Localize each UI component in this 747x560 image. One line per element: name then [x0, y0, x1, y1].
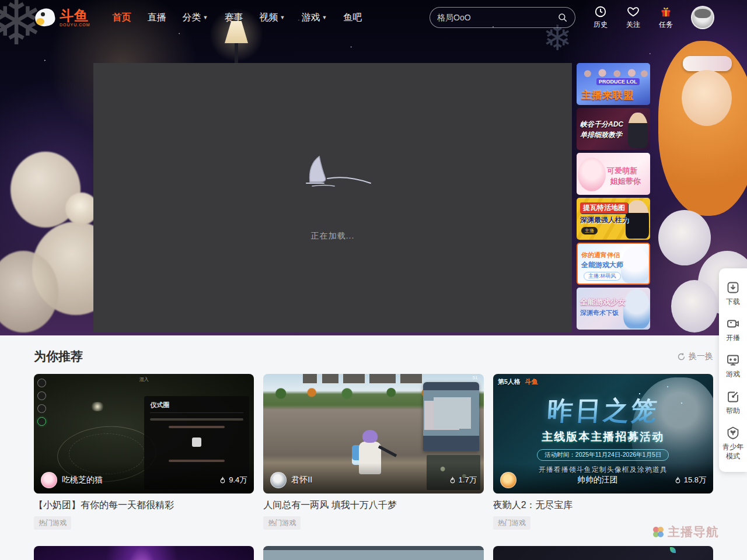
banner-girl-decoration: [578, 158, 606, 191]
task-button[interactable]: 任务: [656, 5, 676, 30]
banner-subtitle: 深渊奇术下饭: [580, 309, 619, 317]
banner-title: 提瓦特活地图: [580, 202, 628, 214]
live-player[interactable]: 正在加载...: [93, 63, 572, 332]
stream-title[interactable]: 【小奶团】有你的每一天都很精彩: [34, 499, 254, 512]
history-button[interactable]: 历史: [591, 5, 610, 30]
stream-card[interactable]: [263, 546, 483, 560]
card-grid: 混入 仪式圈 吃桃芝的猫: [34, 374, 713, 530]
category-tag[interactable]: 热门游戏: [493, 516, 530, 530]
banner-title: 峡谷千分ADC: [580, 120, 623, 130]
thumb-top-label: 混入: [139, 376, 149, 383]
leaf-decoration: [670, 547, 676, 553]
refresh-button[interactable]: 换一换: [677, 351, 713, 362]
banner-streamer-pill: 主播: [581, 227, 598, 235]
banner-badge: PRODUCE LOL: [596, 78, 640, 85]
bunny-plush-decoration: [658, 210, 711, 265]
anime-girl-face-decoration: [682, 70, 732, 126]
edit-feedback-icon: [726, 390, 740, 404]
promo-banner-cute-newbie[interactable]: 可爱萌新 姐姐带你: [577, 153, 650, 195]
stream-thumbnail[interactable]: 51 君怀II 1.7万: [263, 374, 483, 494]
stream-thumbnail[interactable]: [34, 546, 254, 560]
category-tag[interactable]: 热门游戏: [34, 516, 71, 530]
promo-banner-game-girl[interactable]: 全能游戏少女 深渊奇术下饭: [577, 288, 650, 330]
search-icon[interactable]: [557, 12, 568, 23]
stream-title[interactable]: 夜勤人2：无尽宝库: [493, 499, 713, 512]
help-button[interactable]: 帮助: [719, 384, 747, 421]
nav-item-yuba[interactable]: 鱼吧: [335, 12, 370, 24]
banner-title: 全能游戏少女: [580, 297, 626, 307]
douyu-mini-logo: 斗鱼: [525, 377, 538, 386]
loading-shark-fin-icon: [289, 154, 376, 190]
stream-info-overlay: 帅帅的汪团 15.8万: [493, 463, 713, 494]
search-box[interactable]: [430, 7, 575, 28]
stream-thumbnail[interactable]: 第5人格 斗鱼 昨日之笼 主线版本主播招募活动 活动时间：2025年11月24日…: [493, 374, 713, 494]
stream-info-overlay: 吃桃芝的猫 9.4万: [34, 463, 254, 494]
promo-banner-list: PRODUCE LOL 主播来联盟 峡谷千分ADC 单排细致教学 可爱萌新 姐姐…: [577, 63, 650, 332]
poster-board-decoration: [434, 397, 471, 429]
anime-girl-goggles-decoration: [683, 56, 732, 71]
loading-text: 正在加载...: [311, 231, 355, 242]
banner-boy-decoration: [621, 246, 649, 284]
nav-item-live[interactable]: 直播: [139, 12, 174, 24]
streamer-avatar[interactable]: [41, 472, 57, 488]
stream-card[interactable]: 探索 任务 活动 美号 材料 昙蝶: [493, 546, 713, 560]
category-tag[interactable]: 热门游戏: [263, 516, 301, 530]
chevron-down-icon: ▼: [322, 15, 327, 20]
douyu-logo[interactable]: 斗鱼 DOUYU.COM: [34, 8, 90, 27]
banner-subtitle: 深渊最强人柱力: [580, 215, 629, 225]
chevron-down-icon: ▼: [203, 15, 208, 20]
banner-title: 你的通宵伴侣: [581, 251, 620, 260]
heat-icon: [449, 477, 456, 484]
banner-title: 可爱萌新: [607, 166, 637, 176]
nav-item-videos[interactable]: 视频▼: [251, 12, 293, 24]
stream-card[interactable]: [34, 546, 254, 560]
stream-info-overlay: 君怀II 1.7万: [263, 463, 483, 494]
streamer-avatar[interactable]: [270, 472, 287, 488]
section-title: 为你推荐: [34, 348, 83, 365]
key-prompt-decoration: [192, 438, 201, 447]
banner-title: 主播来联盟: [581, 89, 634, 102]
game-center-button[interactable]: 游戏: [719, 348, 747, 384]
stream-thumbnail[interactable]: [263, 546, 483, 560]
teen-mode-button[interactable]: 青少年模式: [719, 421, 747, 466]
follow-button[interactable]: 关注: [623, 5, 643, 30]
promo-banner-allnight-companion-active[interactable]: 你的通宵伴侣 全能游戏大师 主播:林萌风: [577, 243, 650, 285]
flashlight-decoration: [90, 402, 105, 411]
header-actions: 历史 关注 任务: [591, 5, 676, 30]
stream-card[interactable]: 混入 仪式圈 吃桃芝的猫: [34, 374, 254, 530]
user-avatar[interactable]: [691, 6, 714, 29]
viewer-count: 1.7万: [449, 475, 477, 485]
streamer-avatar[interactable]: [500, 472, 516, 488]
event-title: 昨日之笼: [493, 394, 713, 428]
refresh-icon: [677, 352, 686, 361]
banner-streamer-pill: 主播:林萌风: [584, 272, 621, 281]
go-live-button[interactable]: 开播: [719, 312, 747, 348]
banner-person-decoration: [626, 200, 649, 239]
brand-domain: DOUYU.COM: [60, 23, 90, 27]
promo-banner-adc-teaching[interactable]: 峡谷千分ADC 单排细致教学: [577, 108, 650, 150]
logo-text: 斗鱼 DOUYU.COM: [60, 9, 90, 27]
stream-title[interactable]: 人间总有一两风 填我十万八千梦: [263, 499, 483, 512]
bunny-plush-decoration: [671, 280, 718, 332]
nav-item-esports[interactable]: 赛事: [216, 12, 251, 24]
stream-card[interactable]: 51 君怀II 1.7万 人间总有一两风 填我十万八千梦 热门游戏: [263, 374, 483, 530]
pinwheel-icon: [651, 525, 665, 539]
promo-banner-lol-alliance[interactable]: PRODUCE LOL 主播来联盟: [577, 63, 650, 105]
hud-bar-decoration: [263, 546, 483, 550]
search-input[interactable]: [437, 13, 557, 22]
nav-item-categories[interactable]: 分类▼: [174, 12, 217, 24]
top-navigation-bar: 斗鱼 DOUYU.COM 首页 直播 分类▼ 赛事 视频▼ 游戏▼ 鱼吧 历史 …: [0, 0, 747, 35]
stream-card[interactable]: 第5人格 斗鱼 昨日之笼 主线版本主播招募活动 活动时间：2025年11月24日…: [493, 374, 713, 530]
stream-thumbnail[interactable]: 混入 仪式圈 吃桃芝的猫: [34, 374, 254, 494]
clock-icon: [594, 5, 607, 18]
nav-item-games[interactable]: 游戏▼: [293, 12, 335, 24]
heat-icon: [674, 477, 682, 484]
purple-energy-decoration: [104, 546, 180, 560]
stream-thumbnail[interactable]: 探索 任务 活动 美号 材料 昙蝶: [493, 546, 713, 560]
banner-girl-decoration: [623, 289, 650, 328]
download-icon: [726, 281, 740, 295]
nav-item-home[interactable]: 首页: [104, 12, 139, 24]
download-button[interactable]: 下载: [719, 275, 747, 312]
promo-banner-teyvat-map[interactable]: 提瓦特活地图 深渊最强人柱力 主播: [577, 198, 650, 240]
banner-subtitle: 全能游戏大师: [581, 260, 623, 270]
